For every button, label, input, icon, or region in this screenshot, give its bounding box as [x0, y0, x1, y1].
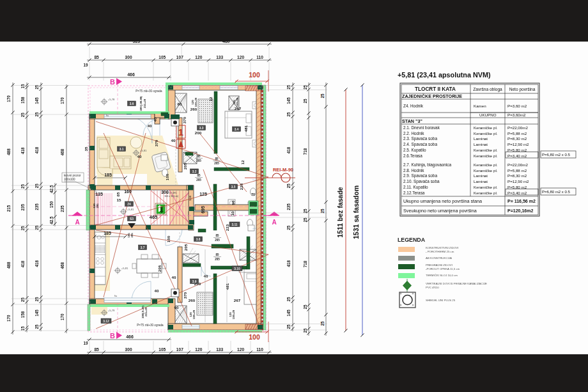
svg-text:TERMIČKI SLOJ 10,0 cm: TERMIČKI SLOJ 10,0 cm: [426, 274, 458, 277]
svg-text:465: 465: [150, 214, 158, 220]
svg-text:120: 120: [237, 347, 244, 352]
svg-text:Keramičke pl.: Keramičke pl.: [474, 191, 498, 195]
svg-text:Ukupno umanjena neto površina: Ukupno umanjena neto površina stana: [403, 198, 482, 204]
svg-text:190+20: 190+20: [232, 310, 235, 319]
svg-text:Neto površina: Neto površina: [509, 87, 536, 92]
svg-text:160+20: 160+20: [236, 97, 239, 107]
svg-text:12: 12: [240, 160, 245, 164]
svg-text:3.8: 3.8: [196, 238, 201, 241]
svg-text:3.3: 3.3: [199, 127, 204, 130]
svg-text:480: 480: [222, 39, 230, 43]
svg-text:40: 40: [204, 274, 208, 278]
svg-text:100x100: 100x100: [64, 178, 75, 181]
svg-text:2.5. Kupatilo: 2.5. Kupatilo: [403, 148, 426, 153]
svg-text:235: 235: [61, 205, 65, 212]
svg-text:525: 525: [133, 39, 141, 43]
svg-text:185: 185: [104, 231, 111, 235]
svg-text:170: 170: [7, 315, 12, 322]
svg-text:7x 17,095: 7x 17,095: [166, 192, 177, 194]
svg-text:25: 25: [320, 208, 325, 214]
svg-text:481: 481: [225, 283, 229, 290]
svg-text:215+20: 215+20: [143, 98, 146, 108]
svg-text:85: 85: [94, 55, 99, 59]
svg-text:Kamen: Kamen: [474, 104, 486, 108]
svg-text:19: 19: [83, 341, 88, 345]
svg-text:418: 418: [21, 147, 26, 154]
svg-text:P= 116,56 m2: P= 116,56 m2: [507, 199, 536, 204]
svg-text:P=6,80 m2 x 0.5: P=6,80 m2 x 0.5: [542, 190, 571, 194]
svg-text:25: 25: [303, 98, 307, 104]
svg-text:P=6,80 m2 x 0.5: P=6,80 m2 x 0.5: [542, 153, 571, 157]
svg-text:AB KONSTRUKCIJA: AB KONSTRUKCIJA: [426, 256, 452, 260]
svg-text:468: 468: [61, 262, 65, 269]
svg-text:40: 40: [171, 138, 176, 143]
svg-text:P=3,60m2: P=3,60m2: [507, 113, 526, 117]
svg-text:P=5,88 m2: P=5,88 m2: [507, 168, 527, 173]
svg-text:12: 12: [208, 97, 213, 101]
svg-text:100: 100: [249, 333, 260, 341]
svg-text:2.4. Spavaća soba: 2.4. Spavaća soba: [403, 142, 437, 147]
svg-text:85: 85: [94, 347, 99, 352]
svg-text:100: 100: [166, 235, 171, 242]
svg-text:42.5: 42.5: [49, 185, 54, 193]
svg-text:40: 40: [137, 154, 142, 159]
svg-text:164 x 30(cm): 164 x 30(cm): [164, 195, 179, 198]
svg-text:100: 100: [165, 173, 169, 180]
svg-text:A: A: [272, 219, 276, 226]
svg-text:2.8. Hodnik: 2.8. Hodnik: [403, 168, 424, 173]
svg-text:466: 466: [127, 72, 135, 77]
svg-text:418: 418: [35, 260, 40, 267]
svg-text:+5,78: +5,78: [108, 98, 115, 101]
svg-text:170: 170: [61, 313, 65, 320]
svg-text:10: 10: [230, 211, 235, 216]
svg-text:110: 110: [256, 347, 263, 352]
svg-text:25: 25: [21, 184, 26, 189]
svg-text:15: 15: [117, 198, 121, 202]
svg-text:205: 205: [215, 258, 220, 261]
svg-text:695: 695: [201, 206, 205, 214]
svg-text:205: 205: [183, 244, 188, 251]
svg-text:P=3,60 m2: P=3,60 m2: [507, 104, 527, 108]
svg-text:85: 85: [215, 234, 219, 237]
svg-text:85: 85: [215, 253, 219, 256]
svg-text:PREGRADNI ZIDOVI: PREGRADNI ZIDOVI: [426, 263, 453, 267]
svg-text:3.12: 3.12: [103, 320, 109, 323]
svg-text:19: 19: [83, 63, 88, 67]
svg-text:40: 40: [172, 275, 176, 279]
svg-text:P=12,90 m2: P=12,90 m2: [507, 179, 529, 184]
svg-text:70: 70: [251, 192, 255, 196]
svg-text:P=22,00m2: P=22,00m2: [507, 125, 528, 130]
svg-text:25: 25: [287, 324, 291, 329]
svg-text:P=3,40 m2: P=3,40 m2: [507, 191, 527, 195]
svg-text:370: 370: [154, 139, 159, 146]
svg-text:KONSTRUKTIVNI ZIDOVI: KONSTRUKTIVNI ZIDOVI: [426, 246, 458, 249]
svg-text:+5,81: +5,81: [127, 208, 134, 211]
svg-text:Sveukupno neto umanjena površi: Sveukupno neto umanjena površina: [403, 208, 477, 214]
svg-text:158: 158: [20, 311, 25, 318]
svg-text:P=75 zid+30 ograda: P=75 zid+30 ograda: [135, 90, 162, 93]
svg-text:1531 sa fasadom: 1531 sa fasadom: [352, 185, 360, 239]
svg-text:25: 25: [320, 321, 325, 326]
svg-text:P=5,80 m2: P=5,80 m2: [507, 185, 527, 189]
svg-text:2.6.Terasa: 2.6.Terasa: [403, 153, 422, 158]
svg-text:3.1: 3.1: [120, 148, 124, 151]
svg-text:25: 25: [303, 328, 307, 333]
svg-text:60: 60: [174, 305, 179, 310]
svg-text:40: 40: [153, 117, 157, 122]
svg-text:205: 205: [196, 178, 201, 182]
svg-text:120: 120: [195, 55, 202, 59]
svg-text:65: 65: [116, 192, 120, 196]
svg-text:158: 158: [21, 97, 26, 104]
svg-text:225: 225: [239, 183, 244, 190]
svg-text:15: 15: [21, 326, 26, 331]
svg-text:718: 718: [303, 260, 307, 267]
svg-text:Z4: Z4: [127, 203, 131, 206]
svg-text:Keramičke pl.: Keramičke pl.: [474, 185, 498, 189]
svg-text:2.12.Terasa: 2.12.Terasa: [403, 191, 425, 195]
svg-text:LEGENDA: LEGENDA: [398, 237, 426, 243]
svg-text:Keramičke pl.: Keramičke pl.: [474, 125, 498, 130]
svg-text:P=75 zid+30 ograda: P=75 zid+30 ograda: [137, 324, 164, 327]
svg-text:Z4. Hodnik: Z4. Hodnik: [403, 104, 424, 108]
svg-text:1511 bez fasade: 1511 bez fasade: [336, 187, 344, 238]
svg-text:42.5: 42.5: [49, 216, 54, 224]
